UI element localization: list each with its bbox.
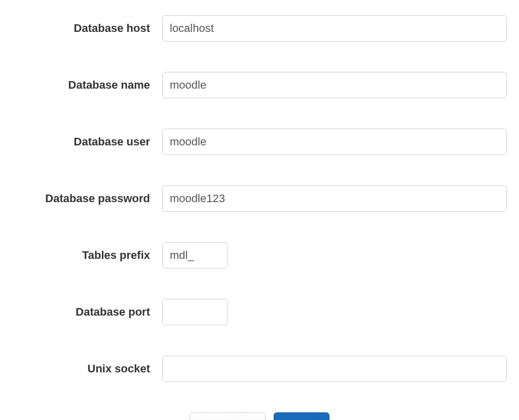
database-settings-form: Database host Database name Database use… (0, 15, 519, 420)
db-host-input[interactable] (162, 15, 507, 42)
db-name-row: Database name (0, 72, 519, 98)
unix-socket-row: Unix socket (0, 356, 519, 382)
previous-button[interactable]: « Previous (190, 412, 266, 420)
db-host-label: Database host (10, 22, 162, 35)
db-name-label: Database name (10, 79, 162, 92)
tables-prefix-input[interactable] (162, 242, 228, 269)
nav-button-row: « Previous Next » (0, 412, 519, 420)
db-port-label: Database port (10, 306, 162, 319)
tables-prefix-label: Tables prefix (10, 249, 162, 262)
db-name-input[interactable] (162, 72, 507, 98)
db-user-label: Database user (10, 135, 162, 148)
db-password-input[interactable] (162, 185, 507, 212)
unix-socket-input[interactable] (162, 356, 507, 382)
db-password-label: Database password (10, 192, 162, 205)
db-host-row: Database host (0, 15, 519, 42)
next-button[interactable]: Next » (274, 412, 329, 420)
db-user-row: Database user (0, 129, 519, 155)
db-port-row: Database port (0, 299, 519, 325)
tables-prefix-row: Tables prefix (0, 242, 519, 269)
unix-socket-label: Unix socket (10, 362, 162, 375)
db-user-input[interactable] (162, 129, 507, 155)
db-password-row: Database password (0, 185, 519, 212)
db-port-input[interactable] (162, 299, 228, 325)
